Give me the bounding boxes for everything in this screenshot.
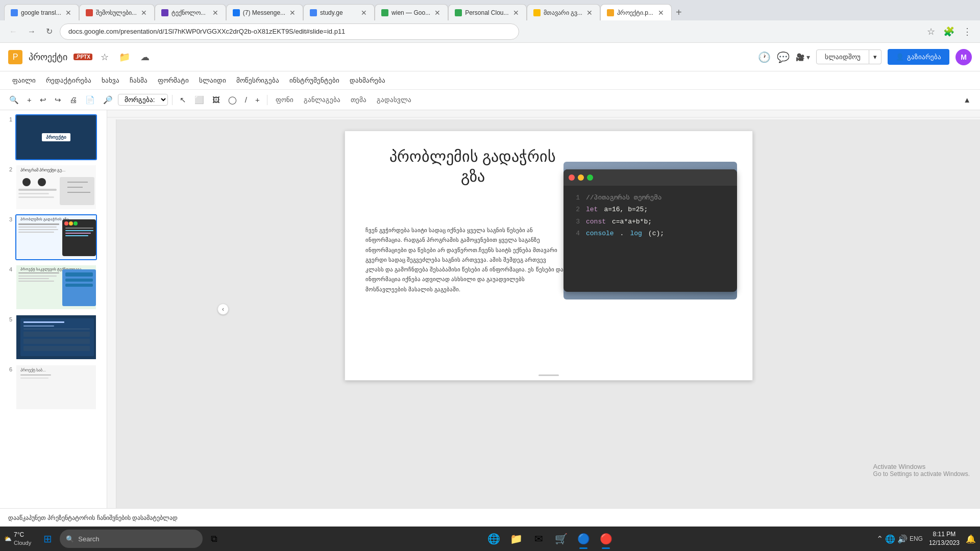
taskbar-chrome-app[interactable]: 🔵 <box>573 528 594 550</box>
chrome-menu-button[interactable]: ⋮ <box>961 24 974 39</box>
tab-9[interactable]: პროექტი.p... ✕ <box>600 4 672 20</box>
slide-item-2[interactable]: 2 პროგრამ პროექტი გე... <box>4 164 103 210</box>
panel-collapse-button[interactable]: ‹ <box>217 304 229 315</box>
tab-close-2[interactable]: ✕ <box>140 8 148 18</box>
menu-help[interactable]: დახმარება <box>346 74 389 86</box>
notifications-icon[interactable]: 🔔 <box>966 534 976 544</box>
task-view-button[interactable]: ⧉ <box>205 530 223 548</box>
slide-thumb-3[interactable]: პრობლემის გადაჭრის გზა <box>15 214 97 260</box>
toolbar-cursor[interactable]: ↖ <box>177 93 189 107</box>
toolbar-rect[interactable]: ⬜ <box>191 93 207 107</box>
weather-widget[interactable]: ⛅ 7°C Cloudy <box>4 531 31 546</box>
tab-close-7[interactable]: ✕ <box>512 8 520 18</box>
slideshow-dropdown-button[interactable]: ▾ <box>869 49 881 64</box>
tab-4[interactable]: (7) Messenge... ✕ <box>226 4 303 20</box>
tab-close-6[interactable]: ✕ <box>433 8 442 18</box>
taskbar-edge-app[interactable]: 🌐 <box>483 528 504 550</box>
tab-2[interactable]: შემოსულები... ✕ <box>79 4 155 20</box>
slideshow-button[interactable]: სლაიდშოუ <box>816 49 869 64</box>
extension-button[interactable]: 🧩 <box>941 24 957 39</box>
star-button[interactable]: ☆ <box>99 49 111 65</box>
toolbar-zoom-out[interactable]: 🔎 <box>100 93 116 107</box>
toolbar-circle[interactable]: ◯ <box>225 93 240 107</box>
toolbar-plus[interactable]: + <box>252 93 263 106</box>
menu-view[interactable]: ხახვა <box>97 74 124 86</box>
share-button[interactable]: 👤 გაზიარება <box>888 49 949 65</box>
tab-1[interactable]: google transl... ✕ <box>4 4 79 20</box>
menu-arrange[interactable]: მოწესრიგება <box>232 74 283 86</box>
slide-thumb-2[interactable]: პროგრამ პროექტი გე... <box>15 164 97 210</box>
address-input[interactable] <box>60 23 519 40</box>
cloud-button[interactable]: ☁ <box>138 49 152 65</box>
back-button[interactable]: ← <box>6 25 20 38</box>
taskbar-search[interactable]: 🔍 Search <box>60 530 203 548</box>
slide-thumb-5[interactable] <box>15 314 97 360</box>
taskbar-file-app[interactable]: 📁 <box>506 528 526 550</box>
reload-button[interactable]: ↻ <box>43 24 56 38</box>
tab-7[interactable]: Personal Clou... ✕ <box>448 4 526 20</box>
tab-8[interactable]: მთავარი გვ... ✕ <box>527 4 600 20</box>
folder-button[interactable]: 📁 <box>117 49 132 65</box>
volume-icon[interactable]: 🔊 <box>897 534 908 544</box>
tab-close-5[interactable]: ✕ <box>360 8 368 18</box>
toolbar-redo[interactable]: ↪ <box>52 93 64 107</box>
slide-item-6[interactable]: 6 პროექტ საბ... <box>4 364 103 410</box>
avatar-button[interactable]: M <box>955 49 972 65</box>
tab-close-9[interactable]: ✕ <box>657 8 665 18</box>
language-indicator[interactable]: ENG <box>910 535 923 542</box>
tab-title-7: Personal Clou... <box>465 9 508 16</box>
menu-edit[interactable]: რედაქტირება <box>42 74 95 86</box>
toolbar-print[interactable]: 🖨 <box>66 93 80 106</box>
tab-5[interactable]: study.ge ✕ <box>303 4 375 20</box>
svg-rect-24 <box>65 235 88 236</box>
new-tab-button[interactable]: + <box>672 5 686 20</box>
slide-thumb-6[interactable]: პროექტ საბ... <box>15 364 97 410</box>
toolbar-theme[interactable]: თემა <box>347 94 371 106</box>
canvas-area[interactable]: პრობლემის გადაჭრის გზა ჩვენ გვჭირდება სა… <box>107 110 980 508</box>
toolbar-line[interactable]: / <box>242 93 250 106</box>
slide-number-5: 5 <box>4 314 12 322</box>
toolbar-undo[interactable]: ↩ <box>37 93 50 107</box>
toolbar-background[interactable]: ფონი <box>272 94 298 106</box>
slide-item-4[interactable]: 4 პროექტ საკვლევის ტექნოლოგია <box>4 264 103 310</box>
tab-close-8[interactable]: ✕ <box>585 8 594 18</box>
slide-thumb-1[interactable]: პროექტი <box>15 114 97 160</box>
toolbar-add[interactable]: + <box>24 93 35 106</box>
bookmark-button[interactable]: ☆ <box>925 24 937 39</box>
menu-format[interactable]: ფორმატი <box>154 74 193 86</box>
svg-rect-7 <box>60 177 94 205</box>
slide-item-5[interactable]: 5 <box>4 314 103 360</box>
tray-arrow-icon[interactable]: ⌃ <box>876 534 883 544</box>
camera-button[interactable]: 🎥 ▾ <box>796 53 810 61</box>
start-button[interactable]: ⊞ <box>37 529 58 549</box>
toolbar-copy[interactable]: 📄 <box>82 93 98 107</box>
menu-file[interactable]: ფაილი <box>8 74 40 86</box>
tab-6[interactable]: wien — Goo... ✕ <box>375 4 448 20</box>
toolbar-collapse[interactable]: ▲ <box>960 93 974 106</box>
zoom-select[interactable]: მორგება: 50% 75% 100% 125% 150% <box>118 94 168 106</box>
svg-rect-4 <box>18 189 57 191</box>
tab-close-4[interactable]: ✕ <box>288 8 297 18</box>
tab-close-3[interactable]: ✕ <box>211 8 219 18</box>
taskbar-powerpoint-app[interactable]: 🔴 <box>596 528 616 550</box>
toolbar-search[interactable]: 🔍 <box>6 93 22 107</box>
taskbar-mail-app[interactable]: ✉ <box>528 528 549 550</box>
network-icon[interactable]: 🌐 <box>885 534 895 544</box>
slide-item-1[interactable]: 1 პროექტი <box>4 114 103 160</box>
slide-thumb-4[interactable]: პროექტ საკვლევის ტექნოლოგია <box>15 264 97 310</box>
tab-close-1[interactable]: ✕ <box>64 8 72 18</box>
svg-rect-32 <box>65 272 93 277</box>
comment-button[interactable]: 💬 <box>777 51 790 63</box>
menu-tools[interactable]: ინსტრუმენტები <box>285 74 344 86</box>
toolbar-image[interactable]: 🖼 <box>209 93 223 106</box>
taskbar-store-app[interactable]: 🛒 <box>551 528 571 550</box>
history-button[interactable]: 🕐 <box>758 51 771 63</box>
forward-button[interactable]: → <box>24 25 39 38</box>
toolbar-transition[interactable]: გადასვლა <box>373 94 415 106</box>
tab-3[interactable]: ტექნოლო... ✕ <box>155 4 226 20</box>
clock[interactable]: 8:11 PM 12/13/2023 <box>925 530 964 547</box>
menu-insert[interactable]: ჩასმა <box>126 74 152 86</box>
menu-slide[interactable]: სლაიდი <box>195 74 230 86</box>
toolbar-layout[interactable]: განლაგება <box>300 94 345 106</box>
slide-item-3[interactable]: 3 პრობლემის გადაჭრის გზა <box>4 214 103 260</box>
